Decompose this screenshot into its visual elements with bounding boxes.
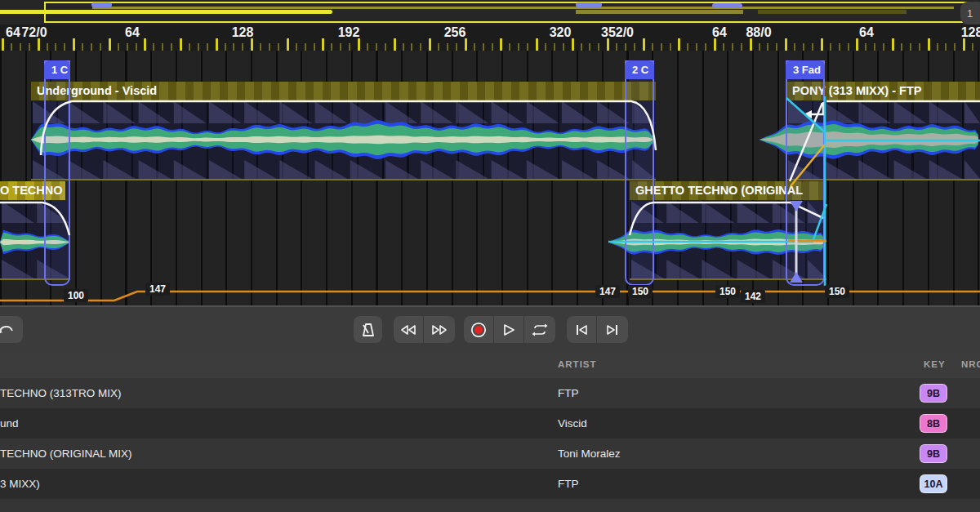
track-artist: Toni Moralez <box>558 439 621 469</box>
fast-forward-button[interactable] <box>424 316 454 343</box>
tempo-marker[interactable]: 150 <box>628 285 653 298</box>
undo-button[interactable] <box>0 316 23 343</box>
timeline[interactable]: Underground - Viscid PONY (313 MIXX) - F… <box>0 51 980 305</box>
ruler-tick <box>563 43 564 51</box>
previous-button[interactable] <box>567 316 597 343</box>
minimap-track-bar-2 <box>92 7 954 9</box>
cue-flag-2[interactable]: 2 C <box>625 60 654 79</box>
key-badge: 10A <box>920 474 947 493</box>
tempo-marker[interactable]: 150 <box>825 285 849 298</box>
ruler-tick <box>670 43 671 51</box>
ruler-tick <box>785 38 787 51</box>
ruler-tick <box>928 38 930 51</box>
column-header-artist[interactable]: ARTIST <box>558 359 597 369</box>
ruler-tick <box>189 43 190 51</box>
ruler-tick <box>643 38 645 51</box>
ruler-tick <box>705 43 706 51</box>
table-row-partial <box>0 499 980 512</box>
cue-region-3[interactable] <box>786 60 825 286</box>
ruler-tick <box>919 43 920 51</box>
tempo-marker[interactable]: 147 <box>595 285 620 298</box>
next-button[interactable] <box>597 316 627 343</box>
tempo-marker[interactable]: 100 <box>64 289 88 302</box>
ruler-label: 352/0 <box>601 25 634 40</box>
ruler-tick <box>661 43 662 51</box>
ruler-tick <box>509 43 510 51</box>
ruler-tick <box>47 43 48 51</box>
ruler-tick <box>296 43 297 51</box>
ruler-tick <box>492 43 493 51</box>
waveform-underground[interactable] <box>31 120 656 159</box>
ruler-tick <box>554 43 555 51</box>
ruler-tick <box>38 38 40 51</box>
ruler-tick <box>314 43 315 51</box>
ruler-tick <box>20 43 21 51</box>
beat-ruler[interactable]: 6472/064128192256320352/06488/064128 <box>0 24 980 51</box>
cue-region-1[interactable] <box>44 60 70 286</box>
ruler-tick <box>474 43 475 51</box>
column-header-nrg[interactable]: NRG <box>961 359 980 369</box>
ruler-tick <box>456 43 457 51</box>
ruler-tick <box>411 43 412 51</box>
ruler-tick <box>64 43 65 51</box>
cue-region-2[interactable] <box>625 60 654 286</box>
track-artist: Viscid <box>558 408 587 439</box>
ruler-tick <box>153 43 154 51</box>
ruler-tick <box>2 38 4 51</box>
arrangement-minimap[interactable]: 1 <box>0 0 980 24</box>
minimap-track-bar-4 <box>758 10 906 14</box>
play-button[interactable] <box>494 316 524 343</box>
playback-group <box>464 316 555 343</box>
tempo-marker[interactable]: 150 <box>715 285 740 298</box>
ruler-label: 72/0 <box>21 25 47 40</box>
ruler-label: 64 <box>859 25 874 40</box>
record-button[interactable] <box>464 316 494 343</box>
column-header-key[interactable]: KEY <box>924 359 946 369</box>
minimap-cue-pill <box>91 2 112 7</box>
clip-title-underground[interactable]: Underground - Viscid <box>31 82 656 100</box>
track-title: und <box>0 408 19 439</box>
ruler-label: 64 <box>125 25 140 40</box>
minimap-cue-pill <box>712 3 742 8</box>
loop-button[interactable] <box>524 316 555 343</box>
skip-group <box>567 316 628 343</box>
ruler-tick <box>438 43 439 51</box>
cue-flag-1[interactable]: 1 C <box>44 60 70 79</box>
minimap-page-badge[interactable]: 1 <box>960 2 980 24</box>
ruler-tick <box>945 43 947 51</box>
ruler-tick <box>109 38 111 51</box>
key-badge: 9B <box>920 444 947 463</box>
ruler-tick <box>821 38 823 51</box>
table-row[interactable]: 3 MIXX) FTP 10A <box>0 469 980 499</box>
ruler-tick <box>233 43 234 51</box>
ruler-tick <box>883 43 884 51</box>
table-row[interactable]: TECHNO (313TRO MIX) FTP 9B <box>0 378 980 408</box>
key-badge: 8B <box>920 414 947 433</box>
rewind-button[interactable] <box>394 316 424 343</box>
cue-flag-3[interactable]: 3 Fad <box>786 60 825 79</box>
tempo-marker[interactable]: 142 <box>741 290 765 303</box>
ruler-label: 192 <box>338 25 360 40</box>
ruler-tick <box>82 43 83 51</box>
ruler-tick <box>865 43 866 51</box>
ruler-tick <box>376 43 377 51</box>
ruler-tick <box>305 43 306 51</box>
ruler-tick <box>403 43 404 51</box>
ruler-tick <box>616 43 617 51</box>
metronome-button[interactable] <box>354 316 382 343</box>
ruler-tick <box>287 38 289 51</box>
ruler-tick <box>687 43 688 51</box>
table-row[interactable]: TECHNO (ORIGINAL MIX) Toni Moralez 9B <box>0 439 980 469</box>
tempo-marker[interactable]: 147 <box>145 283 170 296</box>
ruler-tick <box>527 43 528 51</box>
table-row[interactable]: und Viscid 8B <box>0 408 980 439</box>
ruler-tick <box>100 43 101 51</box>
ruler-tick <box>536 38 538 51</box>
skip-back-icon <box>575 324 588 336</box>
loop-icon <box>532 323 548 336</box>
ruler-tick <box>572 38 574 51</box>
ruler-tick <box>794 43 795 51</box>
ruler-tick <box>420 43 421 51</box>
ruler-tick <box>696 43 697 51</box>
ruler-tick <box>73 38 75 51</box>
